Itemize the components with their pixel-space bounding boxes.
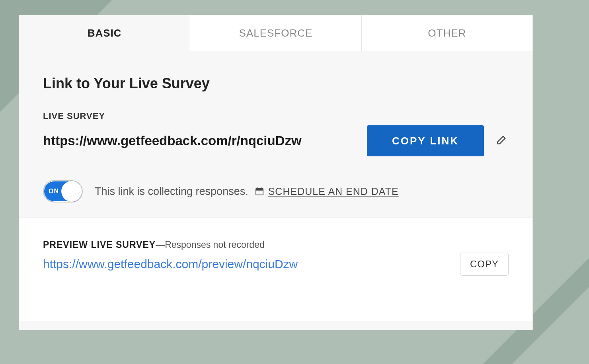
copy-preview-button[interactable]: COPY [460, 253, 509, 276]
copy-link-button[interactable]: COPY LINK [367, 125, 484, 156]
preview-survey-url[interactable]: https://www.getfeedback.com/preview/nqci… [43, 257, 460, 271]
collecting-toggle[interactable]: ON [43, 180, 83, 202]
preview-label-row: PREVIEW LIVE SURVEY—Responses not record… [43, 239, 509, 250]
toggle-knob [61, 181, 82, 202]
preview-label-bold: PREVIEW LIVE SURVEY [43, 239, 156, 250]
share-panel: BASIC SALESFORCE OTHER Link to Your Live… [19, 15, 533, 330]
copy-link-button-label: COPY LINK [392, 135, 459, 147]
tab-label: SALESFORCE [239, 27, 313, 39]
pencil-icon [495, 135, 507, 147]
schedule-end-date-link[interactable]: SCHEDULE AN END DATE [268, 186, 399, 197]
edit-link-button[interactable] [493, 133, 509, 149]
preview-link-row: https://www.getfeedback.com/preview/nqci… [43, 253, 509, 276]
collecting-status-text: This link is collecting responses. [95, 185, 248, 198]
tab-label: BASIC [88, 27, 122, 39]
tab-other[interactable]: OTHER [362, 15, 532, 51]
calendar-icon [255, 187, 264, 196]
live-survey-label: LIVE SURVEY [43, 111, 509, 121]
tab-salesforce[interactable]: SALESFORCE [190, 15, 361, 51]
svg-rect-3 [261, 187, 261, 189]
section-heading: Link to Your Live Survey [43, 75, 509, 92]
preview-section: PREVIEW LIVE SURVEY—Responses not record… [19, 218, 532, 321]
live-link-section: Link to Your Live Survey LIVE SURVEY htt… [19, 51, 532, 218]
live-survey-url: https://www.getfeedback.com/r/nqciuDzw [43, 133, 367, 148]
tab-label: OTHER [428, 27, 466, 39]
collecting-row: ON This link is collecting responses. SC… [43, 180, 509, 202]
svg-rect-2 [257, 187, 258, 189]
collecting-text-row: This link is collecting responses. SCHED… [95, 185, 399, 198]
toggle-state-label: ON [49, 188, 59, 195]
svg-rect-1 [256, 189, 263, 191]
live-link-row: https://www.getfeedback.com/r/nqciuDzw C… [43, 125, 509, 156]
preview-label-rest: —Responses not recorded [156, 239, 265, 250]
tabs: BASIC SALESFORCE OTHER [19, 15, 532, 51]
copy-preview-button-label: COPY [470, 259, 499, 269]
tab-basic[interactable]: BASIC [19, 15, 190, 51]
